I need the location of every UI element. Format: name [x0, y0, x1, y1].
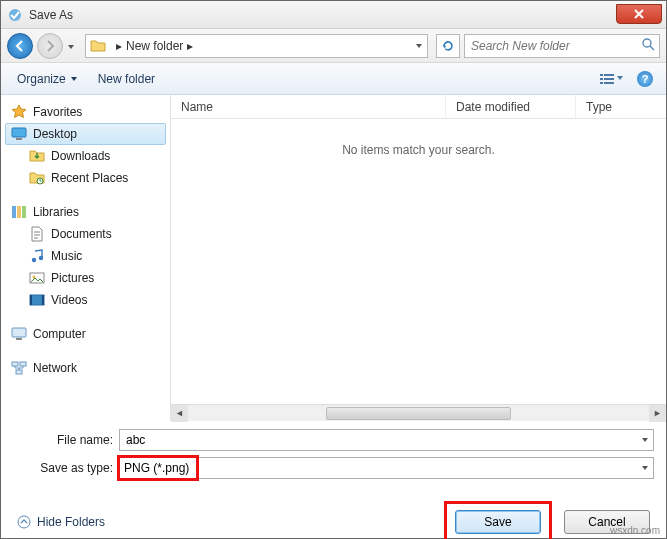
sidebar-group-libraries: Libraries Documents Music Pictures Video…: [5, 201, 166, 311]
sidebar-group-network: Network: [5, 357, 166, 379]
hide-folders-toggle[interactable]: Hide Folders: [17, 515, 105, 529]
close-icon: [634, 9, 644, 19]
horizontal-scrollbar[interactable]: ◄ ►: [171, 404, 666, 421]
svg-point-27: [18, 516, 30, 528]
back-button[interactable]: [7, 33, 33, 59]
file-list[interactable]: No items match your search.: [171, 119, 666, 404]
column-name[interactable]: Name: [171, 95, 446, 118]
breadcrumb-dropdown[interactable]: [415, 39, 423, 53]
sidebar-item-videos[interactable]: Videos: [5, 289, 166, 311]
network-icon: [11, 360, 27, 376]
sidebar-label: Videos: [51, 293, 87, 307]
scroll-right-button[interactable]: ►: [649, 405, 666, 422]
filetype-row: Save as type: PNG (*.png): [13, 457, 654, 479]
nav-history-dropdown[interactable]: [67, 37, 77, 55]
refresh-button[interactable]: [436, 34, 460, 58]
sidebar-item-recent-places[interactable]: Recent Places: [5, 167, 166, 189]
svg-point-16: [39, 256, 43, 260]
help-icon: ?: [637, 71, 653, 87]
file-list-pane: Name Date modified Type No items match y…: [171, 95, 666, 421]
breadcrumb-location[interactable]: New folder: [126, 39, 183, 53]
filename-row: File name:: [13, 429, 654, 451]
chevron-up-icon: [17, 515, 31, 529]
forward-button[interactable]: [37, 33, 63, 59]
scroll-thumb[interactable]: [326, 407, 510, 420]
sidebar-item-favorites[interactable]: Favorites: [5, 101, 166, 123]
close-button[interactable]: [616, 4, 662, 24]
nav-bar: ▸ New folder ▸: [1, 29, 666, 63]
toolbar: Organize New folder ?: [1, 63, 666, 95]
sidebar-group-favorites: Favorites Desktop Downloads Recent Place…: [5, 101, 166, 189]
svg-rect-13: [17, 206, 21, 218]
save-as-dialog: Save As ▸ New folder ▸: [0, 0, 667, 539]
view-options-button[interactable]: [596, 69, 626, 89]
svg-point-1: [643, 39, 651, 47]
search-input[interactable]: [469, 38, 638, 54]
svg-rect-12: [12, 206, 16, 218]
chevron-down-icon: [70, 75, 78, 83]
breadcrumb[interactable]: ▸ New folder ▸: [85, 34, 428, 58]
filename-input[interactable]: [124, 432, 641, 448]
filetype-label: Save as type:: [13, 461, 113, 475]
help-button[interactable]: ?: [634, 68, 656, 90]
search-box[interactable]: [464, 34, 660, 58]
documents-icon: [29, 226, 45, 242]
desktop-icon: [11, 126, 27, 142]
app-icon: [7, 7, 23, 23]
svg-rect-4: [604, 74, 614, 76]
save-button[interactable]: Save: [455, 510, 541, 534]
filename-field[interactable]: [119, 429, 654, 451]
sidebar-label: Favorites: [33, 105, 82, 119]
title-bar: Save As: [1, 1, 666, 29]
scroll-track[interactable]: [188, 405, 649, 421]
sidebar-item-desktop[interactable]: Desktop: [5, 123, 166, 145]
sidebar-label: Network: [33, 361, 77, 375]
sidebar-label: Computer: [33, 327, 86, 341]
sidebar-label: Pictures: [51, 271, 94, 285]
svg-line-2: [650, 46, 654, 50]
breadcrumb-separator-icon: ▸: [187, 39, 193, 53]
annotation-highlight: Save: [444, 501, 552, 539]
recent-icon: [29, 170, 45, 186]
svg-rect-23: [16, 338, 22, 340]
filetype-dropdown[interactable]: [641, 461, 649, 475]
organize-label: Organize: [17, 72, 66, 86]
refresh-icon: [441, 39, 455, 53]
filename-dropdown[interactable]: [641, 433, 649, 447]
empty-message: No items match your search.: [171, 143, 666, 157]
watermark: wsxdn.com: [610, 525, 660, 536]
sidebar-item-downloads[interactable]: Downloads: [5, 145, 166, 167]
svg-point-15: [32, 258, 36, 262]
sidebar-item-pictures[interactable]: Pictures: [5, 267, 166, 289]
svg-rect-24: [12, 362, 18, 366]
filetype-field[interactable]: PNG (*.png): [119, 457, 654, 479]
svg-rect-9: [12, 128, 26, 137]
sidebar-item-documents[interactable]: Documents: [5, 223, 166, 245]
window-title: Save As: [29, 8, 616, 22]
forward-arrow-icon: [43, 39, 57, 53]
back-arrow-icon: [13, 39, 27, 53]
libraries-icon: [11, 204, 27, 220]
sidebar-item-computer[interactable]: Computer: [5, 323, 166, 345]
sidebar: Favorites Desktop Downloads Recent Place…: [1, 95, 171, 421]
pictures-icon: [29, 270, 45, 286]
organize-button[interactable]: Organize: [11, 69, 84, 89]
new-folder-button[interactable]: New folder: [92, 69, 161, 89]
sidebar-label: Downloads: [51, 149, 110, 163]
sidebar-item-libraries[interactable]: Libraries: [5, 201, 166, 223]
sidebar-label: Documents: [51, 227, 112, 241]
svg-rect-14: [22, 206, 26, 218]
sidebar-label: Music: [51, 249, 82, 263]
scroll-left-button[interactable]: ◄: [171, 405, 188, 422]
sidebar-item-network[interactable]: Network: [5, 357, 166, 379]
svg-rect-7: [600, 82, 603, 84]
dialog-footer: Hide Folders Save Cancel: [1, 491, 666, 539]
downloads-icon: [29, 148, 45, 164]
svg-rect-3: [600, 74, 603, 76]
search-icon: [642, 37, 655, 55]
column-type[interactable]: Type: [576, 95, 666, 118]
computer-icon: [11, 326, 27, 342]
sidebar-item-music[interactable]: Music: [5, 245, 166, 267]
svg-rect-8: [604, 82, 614, 84]
column-date[interactable]: Date modified: [446, 95, 576, 118]
